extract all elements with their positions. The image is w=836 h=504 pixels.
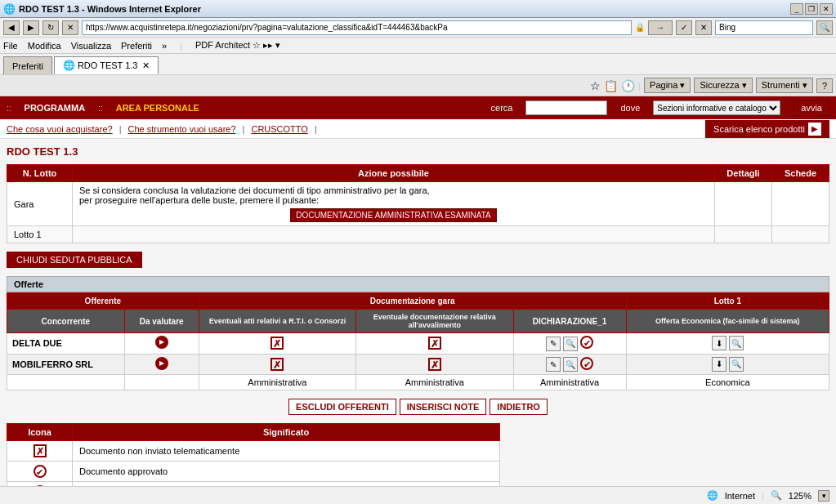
edit-button[interactable]: ✎ [546, 337, 561, 351]
toolbar-bar: ☆ 📋 🕐 | Pagina ▾ Sicurezza ▾ Strumenti ▾… [0, 75, 836, 96]
zoom-button[interactable]: 🔍 [563, 337, 578, 351]
zoom-button2[interactable]: 🔍 [563, 357, 578, 372]
close-button[interactable]: ✕ [820, 3, 833, 15]
tab-rdo-label: RDO TEST 1.3 [78, 60, 138, 70]
tab-bar: Preferiti 🌐 RDO TEST 1.3 ✕ [0, 54, 836, 75]
nav-programma[interactable]: PROGRAMMA [25, 103, 86, 113]
footer-eco: Economica [626, 375, 829, 390]
inserisci-note-button[interactable]: INSERISCI NOTE [400, 399, 487, 415]
menu-modifica[interactable]: Modifica [28, 41, 61, 51]
legend-icon-x: ✗ [7, 441, 73, 462]
help-button[interactable]: ? [816, 78, 833, 93]
menu-visualizza[interactable]: Visualizza [71, 41, 111, 51]
table-row: MOBILFERRO SRL ✗ ✗ ✎ 🔍 ✔ [7, 354, 829, 375]
back-button[interactable]: ◀ [3, 20, 20, 35]
azione-lotto1 [73, 226, 715, 243]
refresh-button[interactable]: ↻ [42, 20, 59, 35]
zoom-down-button[interactable]: ▾ [818, 490, 829, 502]
internet-label: Internet [725, 491, 755, 501]
title-bar: 🌐 RDO TEST 1.3 - Windows Internet Explor… [0, 0, 836, 18]
action-buttons: ESCLUDI OFFERENTI INSERISCI NOTE INDIETR… [7, 399, 829, 415]
quick-link-acquistare[interactable]: Che cosa vuoi acquistare? [7, 124, 113, 134]
da-valutare-delta[interactable] [124, 333, 199, 355]
pagina-button[interactable]: Pagina ▾ [644, 78, 691, 93]
doc-admin-button[interactable]: DOCUMENTAZIONE AMMINISTRATIVA ESAMINATA [290, 208, 497, 222]
forward-button[interactable]: ▶ [23, 20, 39, 35]
th-icona: Icona [7, 424, 73, 441]
close-session-button[interactable]: CHIUDI SEDUTA PUBBLICA [7, 252, 142, 268]
feeds-icon[interactable]: 📋 [604, 79, 618, 92]
footer-amm3: Amministrativa [513, 375, 626, 390]
menu-file[interactable]: File [3, 41, 18, 51]
nav-area-personale[interactable]: AREA PERSONALE [116, 103, 199, 113]
stop-button[interactable]: ✕ [62, 20, 78, 35]
bing-cert-button[interactable]: ✓ [676, 20, 692, 35]
th-da-valutare: Da valutare [124, 310, 199, 333]
strumenti-button[interactable]: Strumenti ▾ [756, 78, 813, 93]
play-icon[interactable] [155, 336, 168, 349]
address-input[interactable] [82, 20, 632, 35]
window-controls[interactable]: _ ❐ ✕ [790, 3, 833, 15]
tab-close-icon[interactable]: ✕ [142, 60, 150, 71]
search-where-select[interactable]: Sezioni informative e catalogo [653, 100, 780, 115]
th-concorrente: Concorrente [7, 310, 125, 333]
th-lotto1: Lotto 1 [626, 293, 829, 310]
quick-link-cruscotto[interactable]: CRUSCOTTO [251, 124, 307, 134]
ssl-icon: 🔒 [635, 23, 645, 32]
restore-button[interactable]: ❐ [805, 3, 818, 15]
col-schede: Schede [772, 165, 829, 182]
page-body: RDO TEST 1.3 N. Lotto Azione possibile D… [0, 139, 836, 504]
tab-rdo-test[interactable]: 🌐 RDO TEST 1.3 ✕ [54, 56, 159, 74]
x-doc4-icon: ✗ [428, 358, 441, 371]
menu-more[interactable]: » [162, 41, 167, 51]
atti-rti-mobilferro: ✗ [199, 354, 355, 375]
th-offerta-eco: Offerta Economica (fac-simile di sistema… [626, 310, 829, 333]
zoom-icon: 🔍 [771, 490, 782, 501]
dettagli-lotto1 [715, 226, 772, 243]
browser-search-input[interactable] [715, 20, 813, 35]
col-azione: Azione possibile [73, 165, 715, 182]
legend-x-icon: ✗ [34, 444, 47, 457]
tab-preferiti[interactable]: Preferiti [3, 56, 52, 74]
cert2-button[interactable]: ✕ [695, 20, 712, 35]
atti-rti-delta: ✗ [199, 333, 355, 355]
download-button[interactable]: Scarica elenco prodotti ▶ [705, 120, 829, 138]
th-offerente: Offerente [7, 293, 199, 310]
da-valutare-mobilferro[interactable] [124, 354, 199, 375]
edit-button2[interactable]: ✎ [546, 357, 561, 372]
legend-check-icon: ✔ [34, 465, 47, 478]
history-icon[interactable]: 🕐 [621, 79, 635, 92]
legend-text-check: Documento approvato [73, 462, 500, 482]
legend-text-x: Documento non inviato telematicamente [73, 441, 500, 462]
search-go-button[interactable]: avvia [794, 100, 829, 116]
azione-gara: Se si considera conclusa la valutazione … [73, 182, 715, 226]
browser-search-button[interactable]: 🔍 [816, 20, 833, 35]
schede-gara [772, 182, 829, 226]
legend-row: ✗ Documento non inviato telematicamente [7, 441, 500, 462]
menu-preferiti[interactable]: Preferiti [121, 41, 152, 51]
menu-bar: File Modifica Visualizza Preferiti » | P… [0, 38, 836, 54]
dettagli-gara [715, 182, 772, 226]
main-info-table: N. Lotto Azione possibile Dettagli Sched… [7, 164, 829, 243]
download-eco-button[interactable]: ⬇ [712, 336, 726, 350]
internet-icon: 🌐 [707, 490, 718, 501]
go-button[interactable]: → [648, 20, 673, 35]
menu-pdf-architect[interactable]: PDF Architect ☆ ▸▸ ▾ [195, 40, 280, 51]
play-icon2[interactable] [155, 357, 168, 370]
download-eco-button2[interactable]: ⬇ [712, 357, 726, 372]
zoom-eco-button2[interactable]: 🔍 [729, 357, 744, 372]
favorites-icon[interactable]: ☆ [590, 79, 601, 92]
footer-amm1: Amministrativa [199, 375, 355, 390]
escludi-button[interactable]: ESCLUDI OFFERENTI [288, 399, 396, 415]
offers-section-title: Offerte [7, 276, 829, 292]
minimize-button[interactable]: _ [790, 3, 803, 15]
sicurezza-button[interactable]: Sicurezza ▾ [694, 78, 752, 93]
search-where-label: dove [620, 103, 640, 113]
x-doc3-icon: ✗ [270, 358, 284, 371]
search-label: cerca [491, 103, 513, 113]
search-input[interactable] [525, 100, 607, 115]
indietro-button[interactable]: INDIETRO [490, 399, 548, 415]
zoom-eco-button[interactable]: 🔍 [729, 336, 744, 350]
quick-link-strumento[interactable]: Che strumento vuoi usare? [128, 124, 236, 134]
legend-row: ✔ Documento approvato [7, 462, 500, 482]
